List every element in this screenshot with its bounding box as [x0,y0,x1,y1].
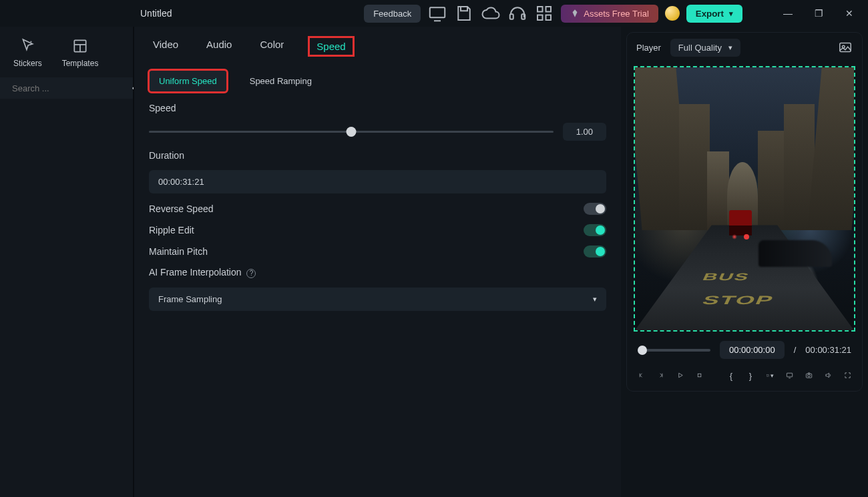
svg-rect-14 [787,374,792,378]
svg-rect-2 [522,14,525,19]
chevron-down-icon: ▾ [593,295,597,304]
video-viewport[interactable]: BUS STOP [634,66,855,332]
scrubber-thumb[interactable] [638,346,647,355]
svg-rect-3 [537,7,543,12]
info-icon[interactable]: ? [246,269,256,278]
current-time: 00:00:00:00 [720,341,785,359]
cursor-icon [19,37,36,55]
brace-left-icon[interactable]: { [727,368,734,383]
subtab-uniform-speed[interactable]: Uniform Speed [148,69,228,93]
assets-trial-button[interactable]: Assets Free Trial [561,5,658,23]
svg-rect-4 [546,7,552,12]
maximize-button[interactable]: ❐ [807,8,831,19]
sidebar-tab-stickers[interactable]: Stickers [13,37,42,68]
ripple-label: Ripple Edit [149,225,194,235]
preview-panel: Player Full Quality ▾ BUS STOP [626,32,863,392]
reverse-label: Reverse Speed [149,203,214,214]
prev-frame-button[interactable] [638,368,645,383]
brace-right-icon[interactable]: } [746,368,754,383]
quality-select[interactable]: Full Quality ▾ [670,39,740,57]
speed-value[interactable]: 1.00 [563,123,606,141]
time-separator: / [794,345,797,355]
display-icon[interactable] [786,368,793,383]
ratio-icon[interactable]: ▾ [767,368,774,383]
chevron-down-icon: ▾ [729,9,733,18]
cloud-icon[interactable] [481,3,501,23]
ai-interp-value: Frame Sampling [158,294,222,304]
player-label: Player [636,43,661,53]
video-frame: BUS STOP [635,67,854,330]
inspector-panel: Video Audio Color Speed Uniform Speed Sp… [134,27,621,497]
total-time: 00:00:31:21 [805,345,851,355]
pitch-label: Maintain Pitch [149,246,208,257]
stickers-label: Stickers [13,59,42,68]
svg-rect-12 [698,374,702,378]
profile-badge[interactable] [665,6,680,21]
diamond-icon [570,9,580,18]
project-title: Untitled [140,8,172,19]
ai-interp-select[interactable]: Frame Sampling ▾ [149,288,606,311]
layout-icon [71,37,89,55]
duration-input[interactable]: 00:00:31:21 [149,170,606,193]
export-button[interactable]: Export ▾ [686,5,742,23]
templates-label: Templates [62,59,99,68]
volume-icon[interactable] [825,368,832,383]
grid-icon[interactable] [534,3,554,23]
feedback-button[interactable]: Feedback [364,5,421,23]
speed-slider[interactable] [149,131,554,133]
quality-value: Full Quality [678,43,722,53]
play-button[interactable] [676,368,684,383]
stop-button[interactable] [696,368,703,383]
minimize-button[interactable]: — [776,8,800,19]
ripple-toggle[interactable] [584,224,606,236]
road-text-bus: BUS [700,271,752,282]
tab-color[interactable]: Color [256,36,288,57]
sidebar-tab-templates[interactable]: Templates [62,37,99,68]
headset-icon[interactable] [507,3,527,23]
save-icon[interactable] [454,3,474,23]
speed-label: Speed [149,103,606,113]
subtab-speed-ramping[interactable]: Speed Ramping [240,71,321,91]
ai-interp-label: AI Frame Interpolation ? [149,267,606,278]
scrubber-track[interactable] [638,349,710,352]
title-bar: Untitled Feedback Assets Free Trial Expo… [0,0,868,27]
duration-label: Duration [149,150,606,161]
left-sidebar: Stickers Templates ••• [0,27,134,497]
svg-point-16 [807,375,810,378]
export-label: Export [696,9,724,19]
snapshot-image-icon[interactable] [838,40,853,55]
reverse-toggle[interactable] [584,203,606,215]
close-button[interactable]: ✕ [837,8,861,19]
chevron-down-icon: ▾ [728,43,732,52]
tab-video[interactable]: Video [149,36,182,57]
screen-icon[interactable] [427,3,447,23]
assets-trial-label: Assets Free Trial [584,9,649,19]
svg-point-7 [31,41,32,42]
tab-speed[interactable]: Speed [308,36,354,57]
svg-rect-0 [430,7,445,17]
camera-icon[interactable] [805,368,813,383]
tab-audio[interactable]: Audio [202,36,236,57]
fullscreen-icon[interactable] [844,368,851,383]
svg-rect-6 [546,15,552,21]
search-row: ••• [0,77,133,99]
svg-rect-5 [537,15,543,21]
next-frame-button[interactable] [657,368,664,383]
svg-rect-1 [510,14,513,19]
road-text-stop: STOP [700,294,777,308]
search-input[interactable] [12,83,124,93]
pitch-toggle[interactable] [584,245,606,258]
